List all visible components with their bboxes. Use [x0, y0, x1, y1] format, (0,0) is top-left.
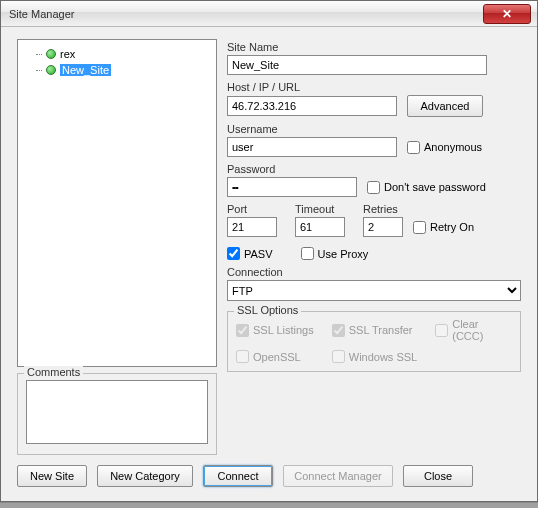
port-input[interactable] — [227, 217, 277, 237]
timeout-label: Timeout — [295, 203, 345, 215]
retry-on-checkbox[interactable]: Retry On — [413, 221, 474, 234]
connection-select[interactable]: FTP — [227, 280, 521, 301]
dont-save-password-checkbox[interactable]: Don't save password — [367, 181, 486, 194]
close-button[interactable]: Close — [403, 465, 473, 487]
pasv-checkbox[interactable]: PASV — [227, 247, 273, 260]
timeout-input[interactable] — [295, 217, 345, 237]
comments-legend: Comments — [24, 366, 83, 378]
site-name-input[interactable] — [227, 55, 487, 75]
button-bar: New Site New Category Connect Connect Ma… — [17, 463, 521, 487]
port-timeout-retries-row: Port Timeout Retries Retry On — [227, 203, 521, 237]
host-block: Host / IP / URL Advanced — [227, 81, 521, 117]
window-close-button[interactable]: ✕ — [483, 4, 531, 24]
tree-connector-icon — [36, 70, 42, 71]
ssl-listings-label: SSL Listings — [253, 324, 314, 336]
anonymous-label: Anonymous — [424, 141, 482, 153]
ssl-transfer-checkbox: SSL Transfer — [332, 318, 417, 342]
site-manager-window: Site Manager ✕ rex New_Site — [0, 0, 538, 502]
host-label: Host / IP / URL — [227, 81, 521, 93]
site-name-block: Site Name — [227, 41, 521, 75]
host-input[interactable] — [227, 96, 397, 116]
connection-block: Connection FTP — [227, 266, 521, 301]
password-label: Password — [227, 163, 521, 175]
retries-label: Retries — [363, 203, 474, 215]
right-column: Site Name Host / IP / URL Advanced Usern… — [227, 39, 521, 455]
site-icon — [46, 65, 56, 75]
retry-on-label: Retry On — [430, 221, 474, 233]
new-category-button[interactable]: New Category — [97, 465, 193, 487]
ssl-transfer-label: SSL Transfer — [349, 324, 413, 336]
site-icon — [46, 49, 56, 59]
dont-save-password-label: Don't save password — [384, 181, 486, 193]
ssl-options-group: SSL Options SSL Listings SSL Transfer — [227, 311, 521, 372]
client-area: rex New_Site Comments Site Name — [1, 27, 537, 501]
use-proxy-label: Use Proxy — [318, 248, 369, 260]
comments-group: Comments — [17, 373, 217, 455]
anonymous-checkbox[interactable]: Anonymous — [407, 141, 482, 154]
new-site-button[interactable]: New Site — [17, 465, 87, 487]
tree-item-rex[interactable]: rex — [22, 46, 212, 62]
openssl-checkbox: OpenSSL — [236, 350, 314, 363]
windows-ssl-checkbox: Windows SSL — [332, 350, 417, 363]
username-input[interactable] — [227, 137, 397, 157]
pasv-label: PASV — [244, 248, 273, 260]
connection-label: Connection — [227, 266, 521, 278]
ssl-clear-label: Clear (CCC) — [452, 318, 512, 342]
username-label: Username — [227, 123, 521, 135]
ssl-options-legend: SSL Options — [234, 304, 301, 316]
advanced-button[interactable]: Advanced — [407, 95, 483, 117]
site-name-label: Site Name — [227, 41, 521, 53]
tree-connector-icon — [36, 54, 42, 55]
ssl-clear-checkbox: Clear (CCC) — [435, 318, 512, 342]
tree-item-label: New_Site — [60, 64, 111, 76]
username-block: Username Anonymous — [227, 123, 521, 157]
password-block: Password Don't save password — [227, 163, 521, 197]
use-proxy-checkbox[interactable]: Use Proxy — [301, 247, 369, 260]
port-label: Port — [227, 203, 277, 215]
retries-input[interactable] — [363, 217, 403, 237]
close-icon: ✕ — [502, 7, 512, 21]
connect-manager-button: Connect Manager — [283, 465, 393, 487]
titlebar: Site Manager ✕ — [1, 1, 537, 27]
left-column: rex New_Site Comments — [17, 39, 217, 455]
window-title: Site Manager — [9, 8, 483, 20]
password-input[interactable] — [227, 177, 357, 197]
site-tree[interactable]: rex New_Site — [17, 39, 217, 367]
connect-button[interactable]: Connect — [203, 465, 273, 487]
openssl-label: OpenSSL — [253, 351, 301, 363]
windows-ssl-label: Windows SSL — [349, 351, 417, 363]
comments-textarea[interactable] — [26, 380, 208, 444]
tree-item-new-site[interactable]: New_Site — [22, 62, 212, 78]
ssl-listings-checkbox: SSL Listings — [236, 318, 314, 342]
tree-item-label: rex — [60, 48, 75, 60]
top-area: rex New_Site Comments Site Name — [17, 39, 521, 455]
pasv-proxy-row: PASV Use Proxy — [227, 247, 521, 260]
